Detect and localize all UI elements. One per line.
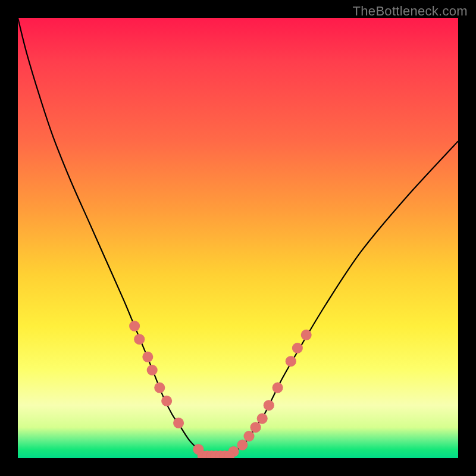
data-point (257, 413, 268, 424)
data-point (134, 334, 145, 345)
data-point (237, 440, 248, 450)
data-point (142, 352, 153, 362)
data-point (250, 422, 261, 433)
chart-overlay (18, 18, 458, 458)
data-point (264, 400, 274, 411)
data-point (292, 343, 303, 353)
data-point (244, 431, 255, 441)
data-point (173, 418, 184, 428)
data-point (129, 321, 140, 331)
data-point (161, 396, 172, 406)
plot-area (18, 18, 458, 458)
chart-frame: TheBottleneck.com (0, 0, 476, 476)
data-points (129, 321, 312, 458)
data-point (273, 383, 283, 393)
data-point (286, 356, 296, 367)
bottleneck-curve (18, 18, 458, 456)
data-point (301, 330, 312, 340)
data-point (147, 365, 158, 375)
data-point (154, 383, 165, 393)
watermark-text: TheBottleneck.com (353, 4, 468, 19)
